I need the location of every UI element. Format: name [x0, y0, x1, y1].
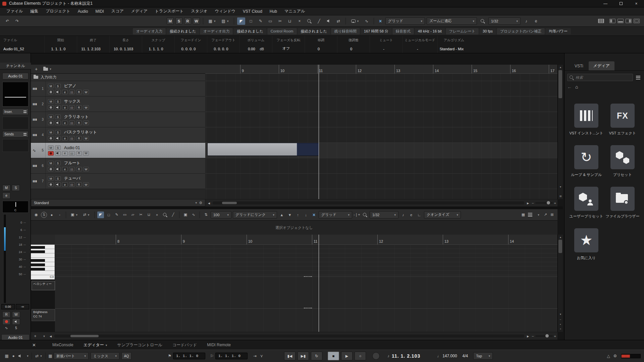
info-field[interactable]: フェードアウト 0. 0. 0. 0 — [207, 36, 239, 53]
nudge-up-icon[interactable]: ▲ — [278, 212, 285, 218]
quantize-mode-dropdown[interactable]: クオンタイズ — [424, 211, 461, 219]
add-lane-button[interactable]: + — [32, 333, 38, 340]
editor-horizontal-scrollbar[interactable] — [54, 335, 524, 338]
editor-mute-tool-button[interactable]: × — [154, 212, 160, 218]
auto-quantize-mode-icon[interactable]: ⇄ — [33, 353, 44, 359]
part-border-icon[interactable]: ▣ — [182, 212, 189, 218]
menu-item[interactable]: メディア — [127, 7, 151, 15]
status-segment[interactable]: Control Room 接続されました — [267, 28, 330, 35]
track-record-enable-button[interactable] — [48, 151, 54, 156]
audio-event[interactable] — [207, 143, 319, 156]
note-editor-grid[interactable] — [55, 245, 557, 332]
grid-relative-icon[interactable]: -❘+ — [354, 212, 360, 218]
media-rack-tab[interactable]: メディア — [589, 61, 614, 70]
tap-tempo-button[interactable]: Tap — [473, 352, 493, 360]
editor-range-tool-button[interactable]: □ — [105, 212, 112, 218]
close-button[interactable]: × — [629, 0, 644, 7]
length-link-grid-dropdown[interactable]: グリッドにリンク — [233, 211, 277, 219]
scroll-right-icon[interactable]: ▸ — [526, 333, 530, 340]
automation-state-button[interactable]: W — [193, 17, 200, 24]
media-tile-button[interactable] — [574, 228, 598, 252]
info-field[interactable]: フェーズを反転 オフ — [272, 36, 305, 53]
scrollbar-thumb[interactable] — [70, 335, 99, 337]
track-lane-display-button[interactable] — [69, 167, 75, 171]
zoom-slider[interactable] — [535, 335, 553, 337]
track-read-button[interactable]: R — [76, 182, 82, 187]
scrollbar-thumb[interactable] — [558, 240, 562, 253]
time-signature-value[interactable]: 4/4 — [463, 354, 468, 358]
track-read-button[interactable]: R — [76, 167, 82, 171]
menu-item[interactable]: Hub — [266, 7, 281, 15]
status-segment[interactable]: 残り録音時間 167 時間 58 分 — [331, 28, 392, 35]
editor-vertical-scrollbar[interactable]: ▴ ▾ − ▪ + — [557, 235, 563, 332]
track-write-button[interactable]: W — [83, 151, 89, 156]
line-tool-button[interactable]: ╱ — [315, 17, 323, 25]
vertical-zoom-icon[interactable]: ⊞ — [558, 194, 563, 198]
glue-tool-button[interactable]: ⊔ — [286, 17, 294, 25]
track-row[interactable]: 5 M S Audio 01 e R W — [31, 143, 205, 158]
zoom-in-icon[interactable]: + — [558, 326, 563, 331]
editor-record-icon[interactable]: ● — [48, 212, 55, 218]
track-solo-button[interactable]: S — [55, 115, 61, 119]
scroll-down-icon[interactable]: ▾ — [558, 312, 563, 316]
track-write-button[interactable]: W — [83, 121, 89, 125]
track-row[interactable]: 7 M S テューバ e R W — [31, 174, 205, 189]
grid-type-dropdown[interactable]: グリッド — [385, 17, 425, 25]
status-segment[interactable]: フレームレート 30 fps — [446, 28, 496, 35]
media-tile[interactable]: VST インスト...ント — [568, 104, 604, 136]
right-locator-flag-icon[interactable]: ⚐ — [209, 353, 215, 359]
curve-icon[interactable]: ∿ — [190, 212, 197, 218]
event-display[interactable] — [205, 74, 557, 199]
scrollbar-thumb[interactable] — [558, 70, 562, 98]
menu-item[interactable]: Audio — [74, 7, 92, 15]
track-read-button[interactable]: R — [76, 136, 82, 140]
editor-line-tool-button[interactable]: ╱ — [170, 212, 176, 218]
zoom-slider-icon[interactable]: ▪ — [558, 322, 563, 326]
swing-note-icon[interactable]: ♪ — [522, 17, 530, 25]
track-lane-display-button[interactable] — [69, 105, 75, 110]
nudge-down-icon[interactable]: ▼ — [286, 212, 293, 218]
zoom-slider-handle[interactable] — [545, 334, 549, 338]
editor-split-tool-button[interactable]: ✂ — [138, 212, 144, 218]
zoom-in-icon[interactable]: + — [554, 201, 556, 205]
track-write-button[interactable]: W — [83, 167, 89, 171]
peak-level-value[interactable]: -∞ — [16, 304, 29, 309]
lower-zone-tab[interactable]: コードパッド — [172, 342, 197, 348]
track-solo-button[interactable]: S — [55, 99, 61, 104]
editor-quantize-dropdown[interactable]: 1/32 — [370, 211, 398, 219]
track-mute-button[interactable]: M — [48, 161, 54, 165]
primary-time-display[interactable]: 11. 1. 2.103 — [392, 353, 420, 359]
add-track-button[interactable]: + — [33, 66, 40, 72]
draw-tool-button[interactable]: ✎ — [257, 17, 265, 25]
track-mute-button[interactable]: M — [48, 99, 54, 104]
go-to-start-button[interactable]: ▮◀ — [284, 352, 296, 360]
status-segment[interactable]: 録音形式 48 kHz - 16 bit — [392, 28, 445, 35]
automation-state-button[interactable]: S — [175, 17, 182, 24]
io-folder-track-row[interactable]: 入力/出力 — [31, 74, 205, 81]
track-mute-button[interactable]: M — [48, 115, 54, 119]
media-tile[interactable]: ユーザープリセット — [568, 187, 604, 219]
scrollbar-thumb[interactable] — [222, 202, 237, 204]
track-record-enable-button[interactable] — [48, 121, 54, 125]
track-name[interactable]: バスクラリネット — [64, 129, 97, 135]
track-monitor-button[interactable] — [55, 167, 61, 171]
track-record-enable-button[interactable] — [48, 182, 54, 187]
lane-options-icon[interactable] — [40, 333, 47, 340]
iterative-quantize-button[interactable]: e — [532, 17, 540, 25]
pin-icon[interactable]: ◉ — [33, 212, 40, 218]
track-edit-button[interactable]: e — [62, 151, 68, 156]
lane-resize-handle-icon[interactable] — [304, 308, 312, 308]
chevron-down-icon[interactable]: ▾ — [196, 201, 197, 204]
media-rack-tab[interactable]: VSTi — [570, 61, 588, 70]
editor-select-tool-button[interactable]: ◤ — [97, 212, 104, 218]
track-solo-button[interactable]: S — [55, 161, 61, 165]
back-arrow-icon[interactable]: ← — [567, 84, 572, 89]
info-field[interactable]: ボリューム 0.00dB — [239, 36, 272, 53]
menu-item[interactable]: プロジェクト — [42, 7, 74, 15]
editor-zoom-tool-button[interactable] — [162, 212, 168, 218]
transpose-down-icon[interactable]: ↓ — [303, 212, 309, 218]
velocity-lane-selector[interactable]: ベロシティー — [32, 281, 55, 290]
track-record-enable-button[interactable] — [48, 136, 54, 140]
track-monitor-button[interactable] — [55, 182, 61, 187]
track-read-button[interactable]: R — [76, 90, 82, 94]
